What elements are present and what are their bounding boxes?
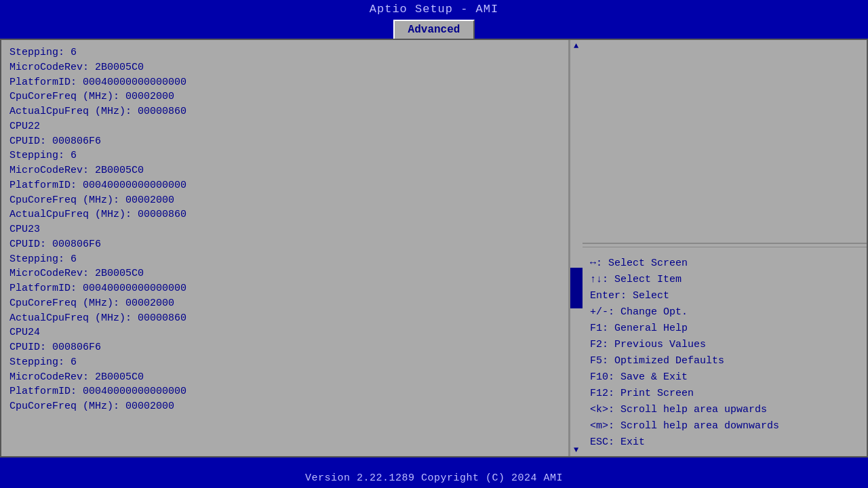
info-line-18: ActualCpuFreq (MHz): 00000860 xyxy=(9,311,560,326)
info-line-11: ActualCpuFreq (MHz): 00000860 xyxy=(9,207,560,222)
info-line-1: MicroCodeRev: 2B0005C0 xyxy=(9,60,560,75)
main-content: Stepping: 6MicroCodeRev: 2B0005C0Platfor… xyxy=(0,39,868,458)
help-line-8: F12: Print Screen xyxy=(590,386,859,402)
info-line-21: Stepping: 6 xyxy=(9,355,560,370)
info-line-4: ActualCpuFreq (MHz): 00000860 xyxy=(9,104,560,119)
scroll-up-arrow[interactable]: ▲ xyxy=(570,40,583,52)
help-area xyxy=(582,40,867,244)
info-line-9: PlatformID: 00040000000000000 xyxy=(9,178,560,193)
info-line-2: PlatformID: 00040000000000000 xyxy=(9,75,560,90)
info-line-15: MicroCodeRev: 2B0005C0 xyxy=(9,266,560,281)
left-panel: Stepping: 6MicroCodeRev: 2B0005C0Platfor… xyxy=(1,40,570,456)
help-line-0: ↔: Select Screen xyxy=(590,256,859,272)
tab-advanced[interactable]: Advanced xyxy=(393,20,475,39)
tab-bar: Advanced xyxy=(0,18,868,39)
info-line-13: CPUID: 000806F6 xyxy=(9,237,560,252)
info-line-10: CpuCoreFreq (MHz): 00002000 xyxy=(9,193,560,208)
help-line-6: F5: Optimized Defaults xyxy=(590,353,859,369)
info-line-16: PlatformID: 00040000000000000 xyxy=(9,281,560,296)
info-line-5: CPU22 xyxy=(9,119,560,134)
key-help: ↔: Select Screen↑↓: Select ItemEnter: Se… xyxy=(582,250,867,456)
info-line-0: Stepping: 6 xyxy=(9,45,560,60)
title-bar: Aptio Setup - AMI xyxy=(0,0,868,18)
info-line-20: CPUID: 000806F6 xyxy=(9,340,560,355)
app-title: Aptio Setup - AMI xyxy=(370,3,498,16)
help-line-9: <k>: Scroll help area upwards xyxy=(590,402,859,418)
scroll-thumb[interactable] xyxy=(570,268,583,308)
help-line-7: F10: Save & Exit xyxy=(590,369,859,386)
scrollbar[interactable]: ▲ ▼ xyxy=(570,40,582,456)
info-line-22: MicroCodeRev: 2B0005C0 xyxy=(9,370,560,385)
scroll-track[interactable] xyxy=(570,52,583,444)
help-line-3: +/-: Change Opt. xyxy=(590,304,859,321)
info-line-24: CpuCoreFreq (MHz): 00002000 xyxy=(9,399,560,414)
info-line-19: CPU24 xyxy=(9,325,560,340)
help-line-4: F1: General Help xyxy=(590,321,859,337)
right-panel: ↔: Select Screen↑↓: Select ItemEnter: Se… xyxy=(582,40,867,456)
info-line-23: PlatformID: 00040000000000000 xyxy=(9,384,560,399)
info-line-6: CPUID: 000806F6 xyxy=(9,134,560,149)
separator xyxy=(582,247,867,247)
info-line-8: MicroCodeRev: 2B0005C0 xyxy=(9,163,560,178)
info-line-7: Stepping: 6 xyxy=(9,148,560,163)
help-line-11: ESC: Exit xyxy=(590,434,859,451)
scroll-down-arrow[interactable]: ▼ xyxy=(570,444,583,456)
key-help-lines: ↔: Select Screen↑↓: Select ItemEnter: Se… xyxy=(590,256,859,451)
help-line-2: Enter: Select xyxy=(590,288,859,304)
info-lines: Stepping: 6MicroCodeRev: 2B0005C0Platfor… xyxy=(9,45,560,414)
info-line-12: CPU23 xyxy=(9,222,560,237)
footer: Version 2.22.1289 Copyright (C) 2024 AMI xyxy=(0,468,868,488)
footer-text: Version 2.22.1289 Copyright (C) 2024 AMI xyxy=(305,472,563,484)
help-line-1: ↑↓: Select Item xyxy=(590,272,859,288)
info-line-14: Stepping: 6 xyxy=(9,252,560,267)
info-line-17: CpuCoreFreq (MHz): 00002000 xyxy=(9,296,560,311)
help-line-5: F2: Previous Values xyxy=(590,337,859,353)
info-line-3: CpuCoreFreq (MHz): 00002000 xyxy=(9,89,560,104)
help-line-10: <m>: Scroll help area downwards xyxy=(590,418,859,434)
